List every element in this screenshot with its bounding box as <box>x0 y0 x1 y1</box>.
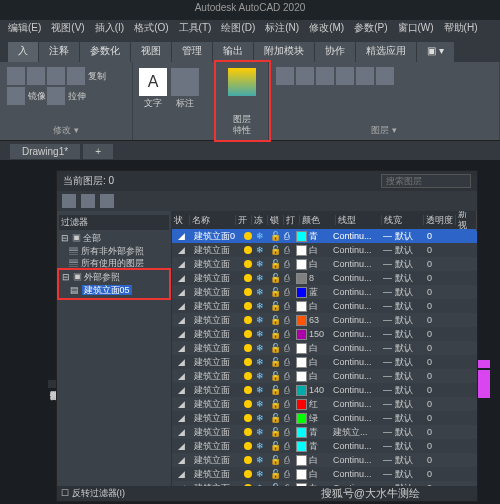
menu-item[interactable]: 参数(P) <box>350 22 391 40</box>
trim-icon[interactable] <box>47 67 65 85</box>
layer-row[interactable]: ◢建筑立面❄🔓⎙青Continu...— 默认0 <box>172 439 477 453</box>
ribbon-tab[interactable]: 输出 <box>213 42 253 62</box>
new-layer-icon[interactable] <box>62 194 76 208</box>
mirror-icon[interactable] <box>7 87 25 105</box>
watermark: 搜狐号@大水牛测绘 <box>321 487 420 500</box>
ribbon-tab[interactable]: 注释 <box>39 42 79 62</box>
layer-icon[interactable] <box>316 67 334 85</box>
tree-node[interactable]: ⊟ ▣ 外部参照 <box>60 271 168 284</box>
ribbon-tab[interactable]: 管理 <box>172 42 212 62</box>
ribbon-tab-extra[interactable]: ▣ ▾ <box>417 42 454 62</box>
layer-icon[interactable] <box>276 67 294 85</box>
group-layer: 图层 ▾ <box>269 62 500 140</box>
layer-row[interactable]: ◢建筑立面❄🔓⎙白Continu...— 默认0 <box>172 299 477 313</box>
ribbon-tabs: 入注释参数化视图管理输出附加模块协作精选应用▣ ▾ <box>0 42 500 62</box>
grid-header: 状 名称 开 冻 锁 打 颜色 线型 线宽 透明度 新视 <box>172 211 477 229</box>
menu-bar: 编辑(E)视图(V)插入(I)格式(O)工具(T)绘图(D)标注(N)修改(M)… <box>0 20 500 42</box>
rotate-icon[interactable] <box>27 67 45 85</box>
text-icon[interactable]: A <box>139 68 167 96</box>
move-icon[interactable] <box>7 67 25 85</box>
menu-item[interactable]: 视图(V) <box>47 22 88 40</box>
layer-row[interactable]: ◢建筑立面❄🔓⎙白Continu...— 默认0 <box>172 453 477 467</box>
ribbon-tab[interactable]: 入 <box>8 42 38 62</box>
current-layer-label: 当前图层: 0 <box>63 175 114 187</box>
layer-row[interactable]: ◢建筑立面❄🔓⎙白Continu...— 默认0 <box>172 341 477 355</box>
layer-icon[interactable] <box>356 67 374 85</box>
menu-item[interactable]: 格式(O) <box>130 22 172 40</box>
layer-grid: 状 名称 开 冻 锁 打 颜色 线型 线宽 透明度 新视 ◢建筑立面0❄🔓⎙青C… <box>172 211 477 486</box>
layer-icon[interactable] <box>336 67 354 85</box>
group-modify: 复制 镜像 拉伸 修改 ▾ <box>0 62 133 140</box>
dimension-icon[interactable] <box>171 68 199 96</box>
menu-item[interactable]: 绘图(D) <box>217 22 259 40</box>
layer-row[interactable]: ◢建筑立面❄🔓⎙白Continu...— 默认0 <box>172 369 477 383</box>
ribbon-tab[interactable]: 参数化 <box>80 42 130 62</box>
layer-row[interactable]: ◢建筑立面❄🔓⎙绿Continu...— 默认0 <box>172 411 477 425</box>
menu-item[interactable]: 标注(N) <box>261 22 303 40</box>
add-tab[interactable]: + <box>83 144 113 159</box>
layer-row[interactable]: ◢建筑立面❄🔓⎙红Continu...— 默认0 <box>172 397 477 411</box>
layer-row[interactable]: ◢建筑立面❄🔓⎙青建筑立...— 默认0 <box>172 425 477 439</box>
tree-node[interactable]: ▤ 所有非外部参照 <box>59 245 169 258</box>
layer-row[interactable]: ◢建筑立面❄🔓⎙8Continu...— 默认0 <box>172 271 477 285</box>
layer-row[interactable]: ◢建筑立面❄🔓⎙白Continu...— 默认0 <box>172 355 477 369</box>
menu-item[interactable]: 窗口(W) <box>394 22 438 40</box>
layer-row[interactable]: ◢建筑立面❄🔓⎙63Continu...— 默认0 <box>172 313 477 327</box>
layer-row[interactable]: ◢建筑立面❄🔓⎙蓝Continu...— 默认0 <box>172 285 477 299</box>
layer-icon[interactable] <box>376 67 394 85</box>
layer-row[interactable]: ◢建筑立面❄🔓⎙白Continu...— 默认0 <box>172 467 477 481</box>
title-bar: Autodesk AutoCAD 2020 <box>0 0 500 20</box>
ribbon-tab[interactable]: 精选应用 <box>356 42 416 62</box>
layer-row[interactable]: ◢建筑立面❄🔓⎙白Continu...— 默认0 <box>172 257 477 271</box>
ribbon-tab[interactable]: 协作 <box>315 42 355 62</box>
layer-row[interactable]: ◢建筑立面0❄🔓⎙青Continu...— 默认0 <box>172 229 477 243</box>
filter-tree: 过滤器 ⊟ ▣ 全部 ▤ 所有非外部参照 ▤ 所有使用的图层 ⊟ ▣ 外部参照 … <box>57 211 172 486</box>
menu-item[interactable]: 插入(I) <box>91 22 128 40</box>
stretch-icon[interactable] <box>47 87 65 105</box>
layer-row[interactable]: ◢建筑立面❄🔓⎙140Continu...— 默认0 <box>172 383 477 397</box>
tree-node[interactable]: ⊟ ▣ 全部 <box>59 232 169 245</box>
filter-icon[interactable] <box>100 194 114 208</box>
ribbon-tab[interactable]: 附加模块 <box>254 42 314 62</box>
layers-icon <box>228 68 256 96</box>
layer-properties-button[interactable]: 图层 特性 <box>216 62 269 140</box>
layer-row[interactable]: ◢建筑立面❄🔓⎙150Continu...— 默认0 <box>172 327 477 341</box>
menu-item[interactable]: 工具(T) <box>175 22 216 40</box>
copy-icon[interactable] <box>67 67 85 85</box>
layer-row[interactable]: ◢建筑立面❄🔓⎙白Continu...— 默认0 <box>172 243 477 257</box>
menu-item[interactable]: 修改(M) <box>305 22 348 40</box>
tree-node-selected[interactable]: ▤ 建筑立面05 <box>60 284 168 297</box>
menu-item[interactable]: 帮助(H) <box>440 22 482 40</box>
document-tab[interactable]: Drawing1* <box>10 144 80 159</box>
layer-icon[interactable] <box>296 67 314 85</box>
search-input[interactable] <box>381 174 471 188</box>
group-annotation: A文字 标注 <box>133 62 216 140</box>
delete-layer-icon[interactable] <box>81 194 95 208</box>
layer-properties-panel: 当前图层: 0 过滤器 ⊟ ▣ 全部 ▤ 所有非外部参照 ▤ 所有使用的图层 ⊟… <box>56 170 478 502</box>
ribbon: 复制 镜像 拉伸 修改 ▾ A文字 标注 图层 特性 图层 ▾ <box>0 62 500 141</box>
menu-item[interactable]: 编辑(E) <box>4 22 45 40</box>
tree-node[interactable]: ▤ 所有使用的图层 <box>59 257 169 270</box>
ribbon-tab[interactable]: 视图 <box>131 42 171 62</box>
